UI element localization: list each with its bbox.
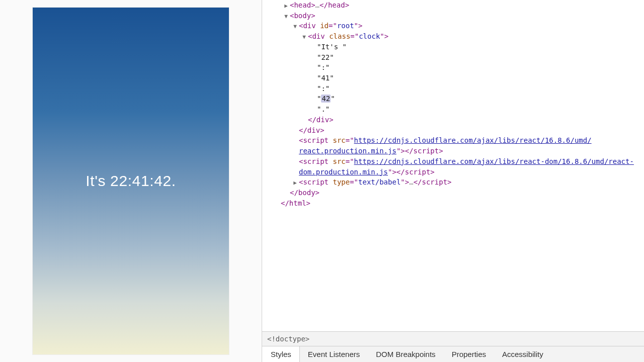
dom-text-node-selected[interactable]: "42" <box>265 94 641 104</box>
tag-name: head <box>294 1 311 9</box>
dom-node-body-close[interactable]: </body> <box>265 188 641 198</box>
dom-node-html-close[interactable]: </html> <box>265 198 641 209</box>
expand-arrow-icon[interactable]: ▶ <box>292 179 298 187</box>
dom-text-node[interactable]: "." <box>265 104 641 115</box>
attr-value: root <box>337 22 354 30</box>
dom-tree[interactable]: ▶<head>…</head> ▼<body> ▼<div id="root">… <box>262 0 644 331</box>
tab-dom-breakpoints[interactable]: DOM Breakpoints <box>368 346 443 362</box>
clock-suffix: . <box>172 172 176 189</box>
rendered-preview-pane: It's 22:41:42. <box>0 0 262 362</box>
tag-name: div <box>303 22 315 30</box>
tag-name: /div <box>312 116 329 124</box>
clock-sep: : <box>149 172 154 189</box>
tab-properties[interactable]: Properties <box>444 346 494 362</box>
tag-name: div <box>312 32 325 40</box>
ellipsis: … <box>315 1 319 9</box>
breadcrumb-item[interactable]: <!doctype> <box>267 335 309 343</box>
tag-name: script <box>414 147 439 155</box>
dom-text-node[interactable]: ":" <box>265 62 641 73</box>
tab-event-listeners[interactable]: Event Listeners <box>300 346 368 362</box>
devtools-elements-panel: ▶<head>…</head> ▼<body> ▼<div id="root">… <box>262 0 644 362</box>
script-src-link[interactable]: https://cdnjs.cloudflare.com/ajax/libs/r… <box>354 157 634 165</box>
tag-name: body <box>294 12 311 20</box>
selected-text: 42 <box>321 95 331 103</box>
tag-name: script <box>303 157 329 165</box>
tab-styles[interactable]: Styles <box>262 346 300 362</box>
dom-node-script-reactdom[interactable]: <script src="https://cdnjs.cloudflare.co… <box>265 156 641 167</box>
clock-app-preview: It's 22:41:42. <box>33 8 229 354</box>
clock-sep: : <box>128 172 132 189</box>
attr-name: src <box>333 136 345 144</box>
attr-value: text/babel <box>358 178 400 186</box>
clock-minutes: 41 <box>132 172 150 189</box>
dom-text-node[interactable]: ":" <box>265 83 641 94</box>
dom-node-head[interactable]: ▶<head>…</head> <box>265 0 641 11</box>
attr-name: type <box>333 178 350 186</box>
attr-name: id <box>320 22 329 30</box>
dom-node-script-react[interactable]: <script src="https://cdnjs.cloudflare.co… <box>265 135 641 146</box>
collapse-arrow-icon[interactable]: ▼ <box>283 13 289 21</box>
tag-name: script <box>303 178 329 186</box>
clock-display-text: It's 22:41:42. <box>86 172 176 190</box>
collapse-arrow-icon[interactable]: ▼ <box>301 33 307 41</box>
tag-name: /body <box>294 189 315 197</box>
dom-node-div-clock[interactable]: ▼<div class="clock"> <box>265 31 641 42</box>
tag-name: script <box>422 178 447 186</box>
script-src-link[interactable]: https://cdnjs.cloudflare.com/ajax/libs/r… <box>354 136 592 144</box>
attr-value: clock <box>359 32 380 40</box>
dom-node-body[interactable]: ▼<body> <box>265 11 641 21</box>
ellipsis: … <box>409 178 413 186</box>
tag-name: /div <box>303 126 320 134</box>
dom-node-script-babel[interactable]: ▶<script type="text/babel">…</script> <box>265 177 641 188</box>
tag-name: /head <box>324 1 345 9</box>
script-src-link[interactable]: react.production.min.js <box>299 147 396 155</box>
elements-breadcrumb[interactable]: <!doctype> <box>262 331 644 346</box>
dom-text-node[interactable]: "It's " <box>265 42 641 52</box>
tag-name: /html <box>285 199 306 207</box>
dom-node-div-close[interactable]: </div> <box>265 115 641 125</box>
attr-name: class <box>329 32 350 40</box>
collapse-arrow-icon[interactable]: ▼ <box>292 23 298 31</box>
expand-arrow-icon[interactable]: ▶ <box>283 2 289 10</box>
script-src-link[interactable]: dom.production.min.js <box>299 168 388 176</box>
attr-name: src <box>333 157 345 165</box>
clock-prefix: It's <box>86 172 110 189</box>
clock-seconds: 42 <box>154 172 172 189</box>
clock-hours: 22 <box>110 172 128 189</box>
dom-node-script-react-cont[interactable]: react.production.min.js"></script> <box>265 146 641 156</box>
dom-node-script-reactdom-cont[interactable]: dom.production.min.js"></script> <box>265 167 641 177</box>
tag-name: script <box>303 136 329 144</box>
tab-accessibility[interactable]: Accessibility <box>494 346 551 362</box>
dom-text-node[interactable]: "41" <box>265 73 641 83</box>
devtools-subtabs: Styles Event Listeners DOM Breakpoints P… <box>262 346 644 362</box>
dom-text-node[interactable]: "22" <box>265 52 641 63</box>
tag-name: script <box>405 168 431 176</box>
dom-node-div-close[interactable]: </div> <box>265 125 641 136</box>
dom-node-div-root[interactable]: ▼<div id="root"> <box>265 21 641 31</box>
